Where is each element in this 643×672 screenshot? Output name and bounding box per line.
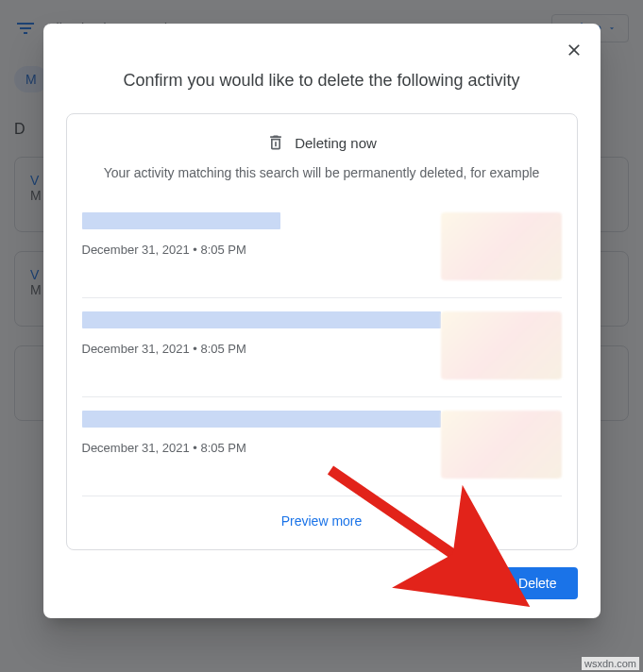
activity-preview-card: Deleting now Your activity matching this…: [66, 113, 578, 550]
deleting-label: Deleting now: [295, 135, 377, 151]
activity-thumbnail: [441, 212, 562, 280]
close-button[interactable]: [559, 35, 589, 65]
trash-icon: [266, 133, 285, 152]
dialog-actions: Cancel Delete: [43, 550, 601, 599]
activity-timestamp: December 31, 2021 • 8:05 PM: [82, 342, 441, 356]
delete-button[interactable]: Delete: [498, 567, 577, 599]
activity-timestamp: December 31, 2021 • 8:05 PM: [82, 243, 441, 257]
activity-thumbnail: [441, 311, 562, 379]
deleting-header: Deleting now: [82, 133, 562, 152]
redacted-title: [82, 311, 441, 328]
activity-thumbnail: [441, 411, 562, 479]
redacted-title: [82, 212, 280, 229]
confirm-delete-dialog: Confirm you would like to delete the fol…: [43, 24, 601, 618]
activity-item: December 31, 2021 • 8:05 PM: [82, 298, 562, 397]
close-icon: [565, 41, 584, 59]
dialog-subtext: Your activity matching this search will …: [82, 165, 562, 180]
modal-overlay: Confirm you would like to delete the fol…: [0, 0, 643, 672]
svg-rect-0: [275, 142, 277, 146]
activity-item: December 31, 2021 • 8:05 PM: [82, 397, 562, 496]
activity-timestamp: December 31, 2021 • 8:05 PM: [82, 441, 441, 455]
redacted-title: [82, 411, 441, 428]
watermark: wsxdn.com: [582, 657, 639, 670]
preview-more-button[interactable]: Preview more: [82, 496, 562, 542]
cancel-button[interactable]: Cancel: [411, 567, 486, 599]
activity-item: December 31, 2021 • 8:05 PM: [82, 199, 562, 298]
dialog-title: Confirm you would like to delete the fol…: [43, 24, 601, 113]
